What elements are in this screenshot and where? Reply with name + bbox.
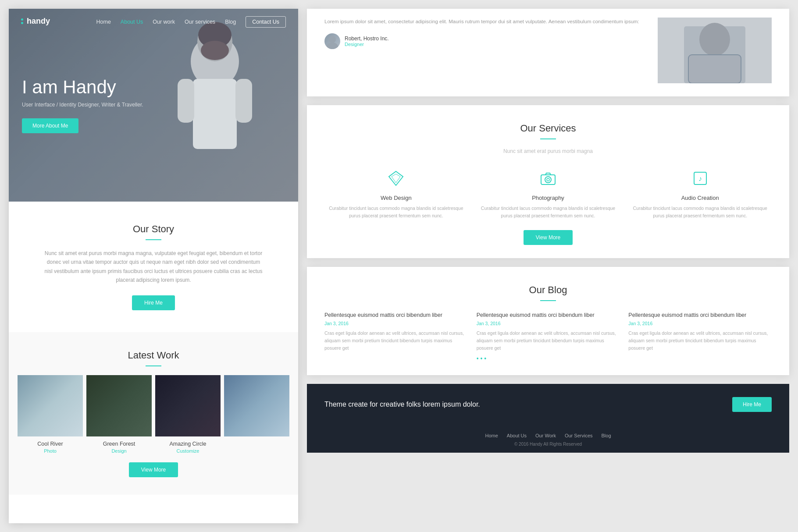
svg-rect-4 <box>193 79 237 149</box>
story-title: Our Story <box>44 223 263 235</box>
author-avatar <box>324 33 340 49</box>
left-panel: handy Home About Us Our work Our service… <box>9 9 298 523</box>
hero-section: handy Home About Us Our work Our service… <box>9 9 298 202</box>
music-icon: ♪ <box>691 170 709 187</box>
logo: handy <box>21 17 50 26</box>
author-title: Designer <box>345 42 389 47</box>
services-grid: Web Design Curabitur tincidunt lacus com… <box>324 167 772 220</box>
footer-link-services-anchor[interactable]: Our Services <box>565 433 593 438</box>
nav-link-blog[interactable]: Blog <box>225 19 236 25</box>
svg-point-17 <box>545 177 551 183</box>
footer-link-work-anchor[interactable]: Our Work <box>535 433 556 438</box>
blog-dots-2: • • • <box>477 355 620 362</box>
svg-point-11 <box>699 23 730 56</box>
work-name-river: Cool River <box>18 441 83 447</box>
work-grid: Cool River Photo Green Forest Design Ama… <box>18 375 289 454</box>
service-name-webdesign: Web Design <box>324 195 468 201</box>
footer-link-blog-anchor[interactable]: Blog <box>602 433 611 438</box>
navbar: handy Home About Us Our work Our service… <box>9 9 298 34</box>
work-category-circle: Customize <box>155 448 221 454</box>
testimonial-text-area: Lorem ipsum dolor sit amet, consectetur … <box>324 18 645 83</box>
work-item-waterfall <box>224 375 289 454</box>
services-title: Our Services <box>324 123 772 134</box>
story-divider <box>146 239 161 240</box>
blog-post-title-3: Pellentesque euismod mattis orci bibendu… <box>628 312 772 319</box>
work-category-forest: Design <box>86 448 152 454</box>
author-name: Robert, Hostro Inc. <box>345 35 389 42</box>
blog-title: Our Blog <box>324 284 772 296</box>
nav-link-about[interactable]: About Us <box>121 19 143 25</box>
services-divider <box>540 138 556 139</box>
avatar-icon <box>324 33 340 49</box>
work-category-river: Photo <box>18 448 83 454</box>
nav-item-contact[interactable]: Contact Us <box>246 18 286 25</box>
footer-link-about[interactable]: About Us <box>507 431 527 439</box>
footer-link-services[interactable]: Our Services <box>565 431 593 439</box>
our-story-section: Our Story Nunc sit amet erat purus morbi… <box>9 202 298 332</box>
footer-link-about-anchor[interactable]: About Us <box>507 433 527 438</box>
service-name-audio: Audio Creation <box>628 195 772 201</box>
service-name-photography: Photography <box>477 195 620 201</box>
nav-item-work[interactable]: Our work <box>153 18 175 25</box>
hire-me-button[interactable]: Hire Me <box>132 295 175 310</box>
nav-item-home[interactable]: Home <box>96 18 111 25</box>
services-view-more-button[interactable]: View More <box>524 230 573 245</box>
footer-link-work[interactable]: Our Work <box>535 431 556 439</box>
footer-hire-me-button[interactable]: Hire Me <box>732 397 772 412</box>
latest-work-section: Latest Work Cool River Photo Green Fores… <box>9 332 298 495</box>
service-item-webdesign: Web Design Curabitur tincidunt lacus com… <box>324 167 468 220</box>
hero-cta-button[interactable]: More About Me <box>22 118 78 133</box>
footer-cta-text: Theme create for creative folks lorem ip… <box>324 401 480 408</box>
work-thumb-river <box>18 375 83 436</box>
service-item-photography: Photography Curabitur tincidunt lacus co… <box>477 167 620 220</box>
blog-post-1: Pellentesque euismod mattis orci bibendu… <box>324 312 468 362</box>
nav-link-services[interactable]: Our services <box>185 19 215 25</box>
svg-rect-12 <box>688 55 741 83</box>
nav-item-about[interactable]: About Us <box>121 18 143 25</box>
story-body: Nunc sit amet erat purus morbi magna mag… <box>44 249 263 285</box>
footer-link-home-anchor[interactable]: Home <box>485 433 498 438</box>
service-desc-webdesign: Curabitur tincidunt lacus commodo magna … <box>324 205 468 220</box>
svg-point-18 <box>547 178 549 181</box>
work-thumb-circle <box>155 375 221 436</box>
nav-item-blog[interactable]: Blog <box>225 18 236 25</box>
latest-work-title: Latest Work <box>18 350 289 361</box>
footer-nav: Home About Us Our Work Our Services Blog… <box>307 425 789 453</box>
testimonial-text: Lorem ipsum dolor sit amet, consectetur … <box>324 18 645 26</box>
hero-content: I am Handy User Interface / Identity Des… <box>22 77 143 133</box>
nav-link-home[interactable]: Home <box>96 19 111 25</box>
nav-links: Home About Us Our work Our services Blog… <box>96 18 286 25</box>
blog-section: Our Blog Pellentesque euismod mattis orc… <box>307 267 789 376</box>
work-view-more-button[interactable]: View More <box>129 462 178 477</box>
service-item-audio: ♪ Audio Creation Curabitur tincidunt lac… <box>628 167 772 220</box>
logo-dots <box>21 18 23 24</box>
svg-point-3 <box>201 41 229 60</box>
blog-excerpt-1: Cras eget ligula dolor aenean ac velit u… <box>324 330 468 351</box>
svg-rect-5 <box>178 79 194 123</box>
testimonial-section: Lorem ipsum dolor sit amet, consectetur … <box>307 9 789 96</box>
nav-item-services[interactable]: Our services <box>185 18 215 25</box>
work-name-circle: Amazing Circle <box>155 441 221 447</box>
work-thumb-waterfall <box>224 375 289 436</box>
work-item-circle: Amazing Circle Customize <box>155 375 221 454</box>
svg-text:♪: ♪ <box>698 175 702 182</box>
blog-excerpt-3: Cras eget ligula dolor aenean ac velit u… <box>628 330 772 351</box>
blog-post-title-2: Pellentesque euismod mattis orci bibendu… <box>477 312 620 319</box>
latest-work-divider <box>146 365 161 366</box>
footer-link-blog[interactable]: Blog <box>602 431 611 439</box>
hero-title: I am Handy <box>22 77 143 97</box>
camera-icon <box>539 170 557 187</box>
nav-contact-button[interactable]: Contact Us <box>246 16 286 28</box>
services-subtitle: Nunc sit amet erat purus morbi magna <box>324 148 772 154</box>
blog-date-2: Jan 3, 2016 <box>477 321 620 326</box>
testimonial-author: Robert, Hostro Inc. Designer <box>324 33 645 49</box>
logo-text: handy <box>27 17 50 26</box>
work-item-forest: Green Forest Design <box>86 375 152 454</box>
author-info: Robert, Hostro Inc. Designer <box>345 35 389 47</box>
footer-link-home[interactable]: Home <box>485 431 498 439</box>
blog-post-3: Pellentesque euismod mattis orci bibendu… <box>628 312 772 362</box>
services-section: Our Services Nunc sit amet erat purus mo… <box>307 105 789 258</box>
nav-link-work[interactable]: Our work <box>153 19 175 25</box>
service-icon-webdesign <box>385 167 407 189</box>
blog-date-1: Jan 3, 2016 <box>324 321 468 326</box>
